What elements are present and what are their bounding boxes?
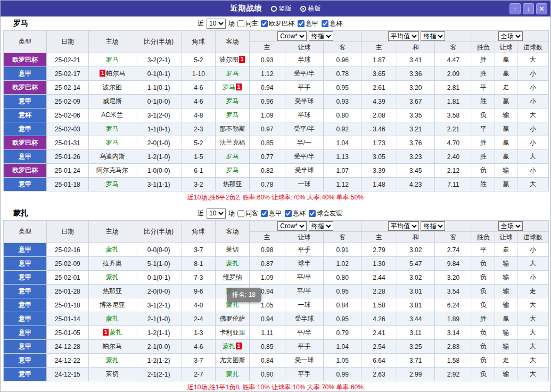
team-name[interactable]: 蒙扎 — [106, 356, 119, 364]
score-cell[interactable]: 2-0(1-0) — [136, 136, 182, 150]
team-name[interactable]: 蒙扎 — [106, 246, 119, 253]
score-cell[interactable]: 0-1(0-0) — [136, 95, 182, 109]
league-filter[interactable]: 意杯 — [322, 19, 342, 28]
layout-radio-vertical[interactable]: 竖版 — [271, 4, 292, 13]
team-name[interactable]: 蒙扎 — [106, 315, 119, 322]
odds-company-select[interactable]: Crow* — [277, 31, 307, 41]
score-cell[interactable]: 3-1(2-0) — [136, 109, 182, 122]
league-filter[interactable]: 意甲 — [298, 19, 318, 28]
team-name[interactable]: 蒙扎 — [226, 370, 239, 378]
team-name[interactable]: 热那亚 — [103, 287, 122, 295]
same-side-checkbox[interactable] — [237, 210, 244, 217]
team-name[interactable]: 罗马 — [226, 111, 239, 119]
avg-select[interactable]: 平均值 — [388, 31, 419, 41]
move-up-button[interactable]: ↑ — [509, 3, 521, 14]
league-filter-checkbox[interactable] — [261, 210, 268, 217]
team-name[interactable]: 罗马 — [106, 125, 119, 132]
team-name[interactable]: 蒙扎 — [106, 273, 119, 281]
team-name[interactable]: 1帕尔马 — [99, 70, 125, 77]
avg-kind-select[interactable]: 终指 — [421, 221, 445, 231]
team-name[interactable]: 乌迪内斯 — [100, 153, 125, 160]
odds-kind-select[interactable]: 终指 — [309, 221, 333, 231]
league-filter-checkbox[interactable] — [261, 20, 268, 27]
team-name[interactable]: AC米兰 — [101, 111, 123, 119]
team-name[interactable]: 罗马1 — [223, 84, 242, 91]
score-cell[interactable]: 3-2(2-1) — [136, 53, 182, 67]
team-name[interactable]: 罗马 — [106, 139, 119, 146]
team-name[interactable]: 阿尔克马尔 — [96, 166, 128, 174]
score-cell[interactable]: 0-1(0-1) — [136, 67, 182, 81]
score-cell[interactable]: 1-2(1-0) — [136, 150, 182, 164]
scope-select[interactable]: 全场 — [498, 221, 523, 231]
score-cell[interactable]: 2-1(2-1) — [136, 368, 182, 381]
team-bar: 罗马 近 10 场 同主 欧罗巴杯意甲意杯 — [1, 16, 550, 30]
team-name[interactable]: 博洛尼亚 — [100, 301, 125, 308]
move-down-button[interactable]: ↓ — [523, 3, 534, 14]
score-cell[interactable]: 1-2(1-1) — [136, 326, 182, 340]
radio-icon[interactable] — [300, 6, 306, 12]
odds-company-select[interactable]: Crow* — [277, 221, 307, 231]
score-cell[interactable]: 3-1(2-1) — [136, 298, 182, 312]
recent-count-select[interactable]: 10 — [207, 19, 226, 29]
team-name[interactable]: 尤文图斯 — [220, 356, 245, 364]
score-cell[interactable]: 2-1(0-0) — [136, 340, 182, 354]
team-name[interactable]: 1蒙扎 — [102, 329, 122, 336]
team-name[interactable]: 蒙扎 — [226, 301, 239, 308]
score-cell[interactable]: 5-1(1-0) — [136, 257, 182, 271]
team-name[interactable]: 莱切 — [106, 370, 119, 378]
score-cell[interactable]: 0-0(0-0) — [136, 243, 182, 257]
team-name[interactable]: 热那亚 — [223, 180, 242, 188]
team-name[interactable]: 波尔图1 — [219, 56, 245, 63]
team-name[interactable]: 罗马 — [226, 70, 239, 77]
team-name[interactable]: 罗马 — [226, 166, 239, 174]
same-side-checkbox[interactable] — [237, 20, 244, 27]
team-name[interactable]: 拉齐奥 — [103, 260, 122, 267]
same-side-filter[interactable]: 同客 — [237, 209, 258, 218]
score-cell[interactable]: 1-0(0-0) — [136, 164, 182, 178]
avg-kind-select[interactable]: 终指 — [421, 31, 445, 41]
score-cell[interactable]: 2-1(1-0) — [136, 312, 182, 326]
league-filter[interactable]: 欧罗巴杯 — [261, 19, 294, 28]
same-side-filter[interactable]: 同主 — [237, 19, 258, 28]
match-row: 意甲25-01-18博洛尼亚3-1(2-1)4-0蒙扎1.05一球0.841.5… — [4, 298, 549, 312]
recent-count-select[interactable]: 10 — [207, 208, 226, 219]
avg-select[interactable]: 平均值 — [388, 221, 419, 231]
team-name[interactable]: 罗马 — [106, 56, 119, 63]
team-name[interactable]: 蒙扎1 — [223, 343, 242, 350]
team-name[interactable]: 威尼斯 — [103, 97, 122, 105]
team-name[interactable]: 波尔图 — [103, 84, 122, 91]
league-filter[interactable]: 意杯 — [285, 209, 306, 218]
team-name[interactable]: 法兰克福 — [220, 139, 245, 146]
corner-cell: 5-2 — [182, 136, 216, 150]
score-cell[interactable]: 2-0(0-0) — [136, 285, 182, 298]
scope-select[interactable]: 全场 — [498, 31, 523, 41]
team-name[interactable]: 帕尔马 — [103, 343, 122, 350]
league-filter[interactable]: 球会友谊 — [309, 209, 342, 218]
league-filter-checkbox[interactable] — [309, 210, 316, 217]
close-button[interactable]: ✕ — [536, 3, 547, 14]
score-cell[interactable]: 0-1(0-1) — [136, 271, 182, 285]
score-cell[interactable]: 1-1(0-1) — [136, 81, 182, 95]
league-filter-label: 意甲 — [269, 209, 282, 218]
odds-home: 0.90 — [249, 368, 285, 381]
odds-kind-select[interactable]: 终指 — [309, 31, 333, 41]
team-name[interactable]: 罗马 — [106, 180, 119, 188]
team-name[interactable]: 莱切 — [226, 246, 239, 253]
score-cell[interactable]: 1-2(1-2) — [136, 354, 182, 368]
league-filter[interactable]: 意甲 — [261, 209, 282, 218]
team-name[interactable]: 蒙扎 — [226, 260, 239, 267]
layout-radio-horizontal[interactable]: 横版 — [300, 4, 321, 13]
team-name[interactable]: 维罗纳 — [223, 273, 242, 281]
score-cell[interactable]: 3-1(1-1) — [136, 178, 182, 191]
league-filter-checkbox[interactable] — [285, 210, 292, 217]
league-filter-checkbox[interactable] — [298, 20, 305, 27]
team-name[interactable]: 罗马 — [226, 97, 239, 105]
league-filter-checkbox[interactable] — [322, 20, 328, 27]
team-name[interactable]: 佛罗伦萨 — [220, 315, 245, 322]
result-goals: 小 — [517, 95, 549, 109]
team-name[interactable]: 卡利亚里 — [220, 329, 245, 336]
team-name[interactable]: 罗马 — [226, 153, 239, 160]
radio-icon[interactable] — [271, 6, 277, 12]
team-name[interactable]: 那不勒斯 — [220, 125, 245, 132]
score-cell[interactable]: 1-1(0-1) — [136, 122, 182, 136]
